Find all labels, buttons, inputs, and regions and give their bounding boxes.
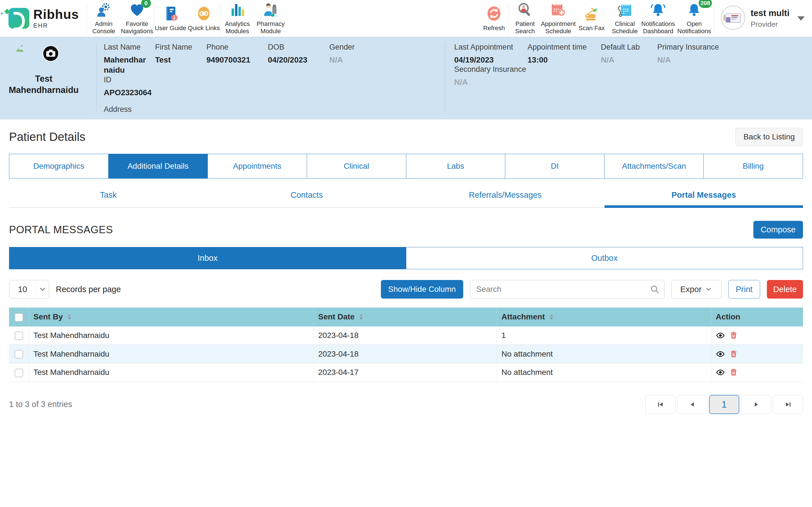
- previous-page-button[interactable]: [677, 395, 707, 414]
- view-message-eye-icon[interactable]: [716, 368, 725, 377]
- patient-identity: Test Mahendharnaidu: [8, 43, 96, 114]
- table-row: Test Mahendharnaidu 2023-04-18 No attach…: [9, 345, 803, 363]
- nav-pharmacy-module[interactable]: Pharmacy Module: [254, 0, 287, 37]
- field-default-lab: Default Lab N/A: [601, 43, 657, 65]
- admin-console-icon: [96, 2, 112, 18]
- subtab-task[interactable]: Task: [9, 186, 207, 208]
- subtab-contacts[interactable]: Contacts: [207, 186, 406, 208]
- cell-sent-date: 2023-04-18: [313, 345, 497, 363]
- inbox-outbox-toggle: Inbox Outbox: [9, 247, 803, 269]
- inbox-tab[interactable]: Inbox: [9, 247, 406, 269]
- field-secondary-insurance: Secondary Insurance N/A: [454, 65, 539, 87]
- field-label: Phone: [206, 43, 263, 52]
- nav-label: Pharmacy Module: [255, 20, 287, 35]
- nav-group-guides: User Guide Quick Links: [154, 0, 220, 37]
- additional-details-subtabs: Task Contacts Referrals/Messages Portal …: [9, 186, 803, 208]
- view-message-eye-icon[interactable]: [716, 331, 725, 340]
- nav-favorite-navigations[interactable]: 0 Favorite Navigations: [120, 0, 154, 37]
- delete-button[interactable]: Delete: [767, 280, 803, 298]
- field-label: Appointment time: [527, 43, 596, 52]
- nav-appointment-schedule[interactable]: Appointment Schedule: [542, 0, 575, 37]
- nav-scan-fax[interactable]: Scan Fax: [575, 0, 608, 37]
- next-page-icon: [752, 400, 760, 409]
- tab-clinical[interactable]: Clinical: [307, 154, 406, 178]
- compose-button[interactable]: Compose: [753, 221, 803, 238]
- sort-icon: [548, 313, 555, 321]
- user-info: test multi Provider: [751, 8, 790, 29]
- nav-clinical-schedule[interactable]: Clinical Schedule: [608, 0, 642, 37]
- delete-message-trash-icon[interactable]: [729, 368, 738, 377]
- nav-label: Clinical Schedule: [609, 20, 641, 35]
- field-gender: Gender N/A: [329, 43, 391, 75]
- title-row: Patient Details Back to Listing: [9, 128, 803, 146]
- patient-tabs: Demographics Additional Details Appointm…: [9, 154, 803, 179]
- nav-quick-links[interactable]: Quick Links: [187, 0, 220, 37]
- subtab-portal-messages[interactable]: Portal Messages: [605, 186, 803, 208]
- nav-notifications-dashboard[interactable]: Notifications Dashboard: [642, 0, 675, 37]
- patient-fields-left: Last Name Mahendharnaidu First Name Test…: [104, 43, 445, 114]
- export-dropdown[interactable]: Expor: [671, 280, 721, 298]
- nav-group-admin: Admin Console 0 Favorite Navigations: [87, 0, 154, 37]
- subtab-referrals-messages[interactable]: Referrals/Messages: [406, 186, 605, 208]
- field-id: ID APO2323064: [104, 75, 159, 98]
- camera-icon[interactable]: [42, 45, 60, 64]
- nav-refresh[interactable]: Refresh: [480, 0, 508, 37]
- tab-demographics[interactable]: Demographics: [9, 154, 109, 178]
- field-value: APO2323064: [104, 88, 154, 98]
- row-checkbox[interactable]: [15, 369, 23, 377]
- next-page-button[interactable]: [741, 395, 771, 414]
- column-sent-by[interactable]: Sent By: [29, 307, 313, 327]
- pagination: 1: [645, 395, 803, 414]
- row-select-cell: [9, 345, 29, 363]
- delete-message-trash-icon[interactable]: [729, 350, 738, 358]
- portal-messages-header: PORTAL MESSAGES Compose: [9, 221, 803, 238]
- nav-user-guide[interactable]: User Guide: [154, 0, 187, 37]
- brand-name: Ribhus: [33, 8, 79, 21]
- nav-label: Favorite Navigations: [121, 20, 153, 35]
- nav-admin-console[interactable]: Admin Console: [87, 0, 120, 37]
- tab-additional-details[interactable]: Additional Details: [109, 154, 208, 178]
- print-button[interactable]: Print: [728, 280, 760, 298]
- nav-group-refresh: Refresh: [480, 0, 508, 37]
- nav-label: User Guide: [155, 24, 186, 32]
- nav-analytics-modules[interactable]: Analytics Modules: [221, 0, 254, 37]
- tab-attachments-scan[interactable]: Attachments/Scan: [605, 154, 704, 178]
- column-attachment[interactable]: Attachment: [497, 307, 711, 327]
- cell-action: [711, 363, 803, 382]
- favorites-heart-icon: 0: [129, 2, 145, 18]
- tab-labs[interactable]: Labs: [406, 154, 506, 178]
- column-sent-date[interactable]: Sent Date: [313, 307, 497, 327]
- outbox-tab[interactable]: Outbox: [406, 247, 803, 269]
- select-all-checkbox[interactable]: [15, 313, 23, 322]
- tab-appointments[interactable]: Appointments: [208, 154, 307, 178]
- nav-label: Quick Links: [188, 24, 220, 32]
- delete-message-trash-icon[interactable]: [729, 331, 738, 340]
- nav-patient-search[interactable]: Patient Search: [508, 0, 542, 37]
- row-checkbox[interactable]: [15, 332, 23, 340]
- view-message-eye-icon[interactable]: [716, 349, 725, 358]
- user-menu[interactable]: test multi Provider: [714, 0, 805, 37]
- row-checkbox[interactable]: [15, 350, 23, 358]
- tab-di[interactable]: DI: [505, 154, 605, 178]
- back-to-listing-button[interactable]: Back to Listing: [735, 128, 803, 146]
- first-page-button[interactable]: [645, 395, 675, 414]
- entries-summary: 1 to 3 of 3 entries: [9, 400, 72, 409]
- cell-attachment: No attachment: [497, 345, 711, 363]
- nav-label: Appointment Schedule: [541, 20, 576, 35]
- tab-billing[interactable]: Billing: [704, 154, 803, 178]
- nav-open-notifications[interactable]: 208 Open Notifications: [675, 0, 714, 37]
- brand-text: Ribhus EHR: [33, 8, 79, 29]
- sort-icon: [66, 313, 73, 321]
- field-value: N/A: [601, 55, 653, 65]
- records-per-page-select[interactable]: 10: [9, 280, 49, 298]
- show-hide-column-button[interactable]: Show/Hide Column: [381, 280, 463, 298]
- cell-attachment: 1: [497, 327, 711, 345]
- last-page-button[interactable]: [773, 395, 803, 414]
- app-logo[interactable]: Ribhus EHR: [8, 0, 87, 37]
- search-input[interactable]: [470, 280, 665, 298]
- cell-sent-date: 2023-04-18: [313, 327, 497, 345]
- nav-label: Admin Console: [88, 20, 120, 35]
- last-page-icon: [784, 400, 792, 409]
- page-number-button[interactable]: 1: [709, 395, 739, 414]
- table-controls: 10 Records per page Show/Hide Column Exp…: [9, 280, 803, 298]
